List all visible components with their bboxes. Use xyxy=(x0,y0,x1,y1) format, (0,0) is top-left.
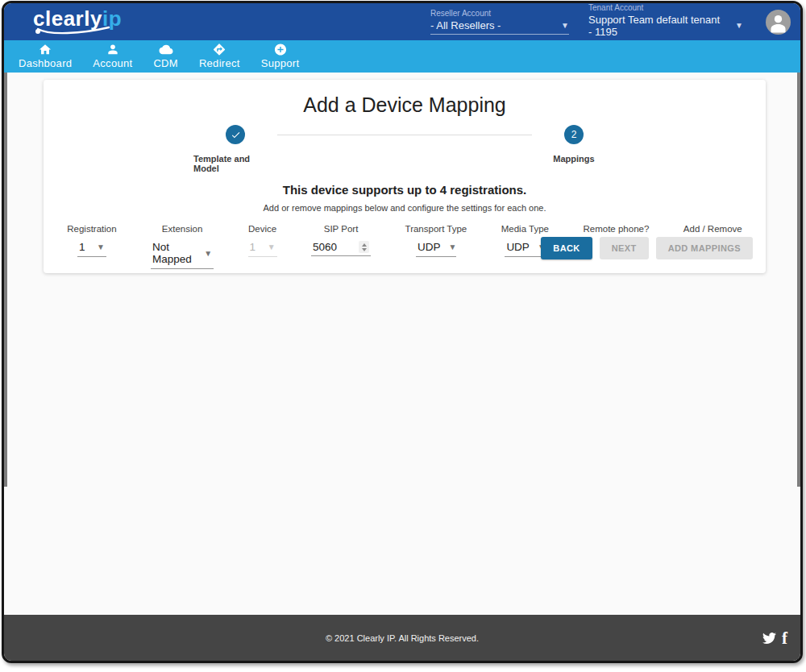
registration-select[interactable]: 1 ▼ xyxy=(77,241,106,257)
nav-item-dashboard[interactable]: Dashboard xyxy=(19,43,72,69)
mappings-caption: Add or remove mappings below and configu… xyxy=(44,203,766,213)
reseller-account-label: Reseller Account xyxy=(430,9,569,18)
add-mappings-button[interactable]: ADD MAPPINGS xyxy=(656,237,753,259)
facebook-icon[interactable]: f xyxy=(782,629,787,646)
next-button[interactable]: NEXT xyxy=(600,237,649,259)
step-connector-line xyxy=(277,135,532,135)
nav-label: CDM xyxy=(153,57,178,69)
chevron-down-icon: ▼ xyxy=(448,243,456,251)
tenant-account-group: Tenant Account Support Team default tena… xyxy=(588,3,743,41)
app-window: clearlyip Reseller Account - All Reselle… xyxy=(2,1,803,663)
transport-type-select[interactable]: UDP ▼ xyxy=(416,241,456,257)
chevron-down-icon: ▼ xyxy=(268,243,276,251)
step-template-and-model: Template and Model xyxy=(193,125,277,173)
extension-value: Not Mapped xyxy=(152,241,196,265)
step-2-number: 2 xyxy=(571,129,577,140)
stepper: Template and Model 2 Mappings xyxy=(44,125,766,173)
device-label: Device xyxy=(248,224,276,234)
nav-item-support[interactable]: Support xyxy=(261,43,300,69)
home-icon xyxy=(38,43,52,56)
main-content: Add a Device Mapping Template and Model … xyxy=(4,73,800,615)
nav-label: Account xyxy=(93,57,132,69)
person-icon xyxy=(106,43,120,56)
transport-type-label: Transport Type xyxy=(405,224,467,234)
nav-item-cdm[interactable]: CDM xyxy=(153,43,178,69)
wizard-actions: BACK NEXT ADD MAPPINGS xyxy=(541,237,753,259)
twitter-icon[interactable] xyxy=(762,632,776,644)
nav-item-redirect[interactable]: Redirect xyxy=(199,43,240,69)
clearlyip-logo[interactable]: clearlyip xyxy=(33,8,122,35)
sip-port-label: SIP Port xyxy=(324,224,359,234)
number-stepper-icon[interactable] xyxy=(359,241,369,253)
sip-port-field: SIP Port 5060 xyxy=(311,224,371,269)
social-links: f xyxy=(762,629,787,646)
directions-icon xyxy=(212,43,226,56)
nav-label: Dashboard xyxy=(19,57,72,69)
cloud-icon xyxy=(158,43,174,56)
chevron-down-icon: ▼ xyxy=(204,249,212,258)
device-select-disabled: 1 ▼ xyxy=(248,241,277,257)
tenant-account-label: Tenant Account xyxy=(588,3,743,12)
extension-field: Extension Not Mapped ▼ xyxy=(151,224,214,269)
sip-port-value: 5060 xyxy=(313,241,337,253)
nav-label: Redirect xyxy=(199,57,240,69)
top-header: clearlyip Reseller Account - All Reselle… xyxy=(4,3,800,40)
chevron-down-icon: ▼ xyxy=(561,21,569,30)
transport-type-value: UDP xyxy=(418,241,441,253)
person-icon xyxy=(766,10,791,35)
registration-field: Registration 1 ▼ xyxy=(67,224,116,269)
registration-value: 1 xyxy=(79,241,85,253)
remote-phone-label: Remote phone? xyxy=(583,224,649,234)
left-frame-strip xyxy=(4,73,7,487)
reseller-account-value: - All Resellers - xyxy=(430,19,501,31)
step-2-circle[interactable]: 2 xyxy=(564,125,584,144)
tenant-account-value: Support Team default tenant - 1195 xyxy=(588,14,724,38)
sip-port-input[interactable]: 5060 xyxy=(311,241,371,256)
copyright-text: © 2021 Clearly IP. All Rights Reserved. xyxy=(4,633,800,643)
device-value: 1 xyxy=(250,241,256,253)
step-1-circle[interactable] xyxy=(226,125,245,144)
transport-type-field: Transport Type UDP ▼ xyxy=(405,224,467,269)
add-remove-label: Add / Remove xyxy=(683,224,742,234)
user-avatar[interactable] xyxy=(766,10,791,35)
registrations-subtitle: This device supports up to 4 registratio… xyxy=(44,183,766,197)
step-mappings: 2 Mappings xyxy=(532,125,616,164)
check-icon xyxy=(231,130,241,140)
registration-label: Registration xyxy=(67,224,116,234)
extension-label: Extension xyxy=(162,224,203,234)
device-field: Device 1 ▼ xyxy=(248,224,277,269)
page-footer: © 2021 Clearly IP. All Rights Reserved. … xyxy=(4,615,800,661)
step-1-label: Template and Model xyxy=(193,154,277,173)
reseller-account-select[interactable]: - All Resellers - ▼ xyxy=(430,19,569,35)
add-device-mapping-card: Add a Device Mapping Template and Model … xyxy=(44,80,766,273)
main-nav: Dashboard Account CDM Redirect Support xyxy=(4,40,800,73)
nav-item-account[interactable]: Account xyxy=(93,43,132,69)
media-type-select[interactable]: UDP ▼ xyxy=(505,241,545,257)
extension-select[interactable]: Not Mapped ▼ xyxy=(151,241,214,269)
chevron-down-icon: ▼ xyxy=(735,21,743,30)
media-type-label: Media Type xyxy=(501,224,549,234)
plus-circle-icon xyxy=(273,43,288,56)
step-2-label: Mappings xyxy=(553,154,594,164)
scrollbar[interactable] xyxy=(797,73,800,487)
page-title: Add a Device Mapping xyxy=(44,93,766,117)
logo-swoosh-icon xyxy=(33,26,110,35)
nav-label: Support xyxy=(261,57,300,69)
reseller-account-group: Reseller Account - All Resellers - ▼ xyxy=(430,9,569,35)
chevron-down-icon: ▼ xyxy=(97,243,105,251)
media-type-value: UDP xyxy=(506,241,530,253)
back-button[interactable]: BACK xyxy=(541,237,592,259)
tenant-account-select[interactable]: Support Team default tenant - 1195 ▼ xyxy=(588,14,743,41)
